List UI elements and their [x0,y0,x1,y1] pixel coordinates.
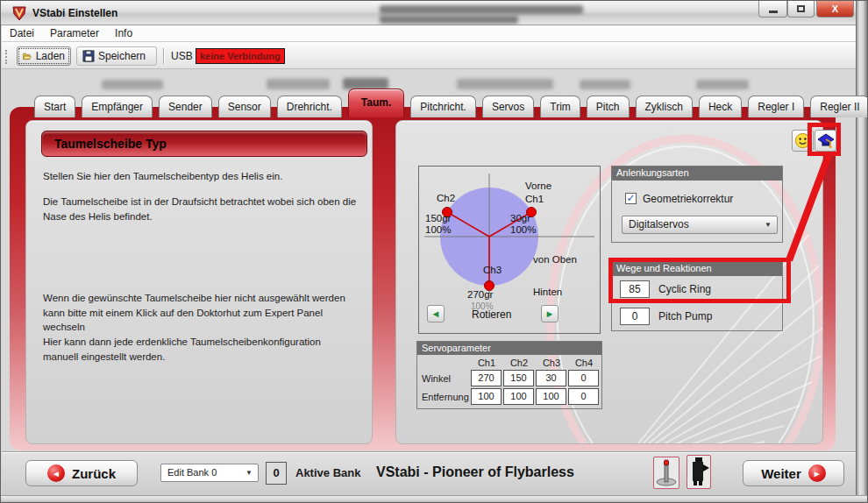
connection-status-badge: keine Verbindung [196,48,285,64]
entfernung-ch2-input[interactable]: 100 [503,388,534,405]
bank-select-dropdown[interactable]: Edit Bank 0 ▼ [160,464,259,482]
menu-datei[interactable]: Datei [2,27,42,39]
redacted-text [380,16,518,24]
speichern-button[interactable]: Speichern [76,46,157,66]
checkmark-icon: ✓ [626,192,635,204]
winkel-label: Winkel [422,373,451,384]
vorne-label: Vorne [525,181,551,191]
maximize-button[interactable] [787,1,815,18]
entfernung-label: Entfernung [422,392,469,402]
weiter-label: Weiter [761,466,801,481]
menubar: Datei Parameter Info [2,25,857,42]
window-frame-bottom [1,495,868,503]
titlebar: VStabi Einstellen X [1,1,868,25]
tab-sender[interactable]: Sender [159,96,212,117]
rotate-right-button[interactable]: ► [541,305,559,322]
arrow-right-icon: ► [545,308,555,319]
servo-type-dropdown[interactable]: Digitalservos ▼ [622,216,778,234]
close-button[interactable]: X [816,1,854,18]
vstabi-unit-icon [688,457,709,487]
servoparameter-title: Servoparameter [417,342,601,355]
app-logo-icon [11,5,27,21]
winkel-ch3-input[interactable]: 30 [536,370,566,386]
back-arrow-icon: ◄ [47,464,65,482]
rotieren-label: Rotieren [472,308,511,321]
servo-type-value: Digitalservos [629,218,689,230]
entfernung-ch4-input[interactable]: 0 [568,388,599,405]
tab-zyklisch[interactable]: Zyklisch [636,96,693,117]
help-paragraph-1: Stellen Sie hier den Taumelscheibentyp d… [43,169,350,184]
geometriekorrektur-label: Geometriekorrektur [643,193,733,205]
help-paragraph-2: Die Taumelscheibe ist in der Draufsicht … [43,195,360,223]
active-bank-label: Aktive Bank [295,466,360,479]
app-window: VStabi Einstellen X Datei Parameter Info… [0,0,868,503]
ch2-angle: 150gr [425,213,451,223]
bank-select-value: Edit Bank 0 [167,467,217,478]
geometriekorrektur-checkbox[interactable]: ✓ [625,193,637,204]
tab-sensor[interactable]: Sensor [218,96,271,117]
col-ch2: Ch2 [503,358,535,368]
section-title: Taumelscheibe Typ [41,131,367,157]
tab-drehricht[interactable]: Drehricht. [277,96,342,117]
redacted-text [380,5,583,14]
tab-heck[interactable]: Heck [699,96,742,117]
window-title: VStabi Einstellen [32,7,117,19]
tab-empfaenger[interactable]: Empfänger [82,96,153,117]
zurueck-label: Zurück [72,466,116,481]
toolbar-grip[interactable] [5,50,8,64]
tab-start[interactable]: Start [34,96,75,117]
menu-info[interactable]: Info [107,27,140,39]
laden-button[interactable]: Laden [17,46,71,66]
minimize-button[interactable] [758,1,787,18]
active-bank-value: 0 [266,462,287,485]
annotation-box-doktorhut [808,123,841,156]
device-tool-button[interactable] [687,455,711,489]
entfernung-ch3-input[interactable]: 100 [536,388,566,405]
ch3-angle: 270gr [467,289,493,300]
tab-pitch[interactable]: Pitch [587,96,630,117]
col-ch4: Ch4 [568,358,600,368]
winkel-ch4-input[interactable]: 0 [568,370,599,386]
window-frame-right [856,1,867,503]
tab-bar: Start Empfänger Sender Sensor Drehricht.… [34,89,868,117]
speichern-label: Speichern [98,50,146,62]
close-icon: X [832,4,838,14]
pitch-pump-input[interactable]: 0 [620,308,650,325]
help-paragraph-3: Wenn die gewünschte Taumelscheibe hier n… [43,291,362,335]
tab-taum[interactable]: Taum. [348,89,404,117]
winkel-ch1-input[interactable]: 270 [471,370,502,386]
rotate-left-button[interactable]: ◄ [427,305,445,322]
ch1-label: Ch1 [525,194,544,204]
pitch-pump-label: Pitch Pump [658,310,712,322]
ch3-label: Ch3 [483,265,502,275]
menu-parameter[interactable]: Parameter [42,27,107,39]
entfernung-ch1-input[interactable]: 100 [471,388,502,405]
tab-regler1[interactable]: Regler I [748,96,804,117]
chevron-down-icon: ▼ [765,216,772,233]
annotation-box-cyclic-ring [608,258,791,303]
zurueck-button[interactable]: ◄ Zurück [25,460,138,486]
winkel-ch2-input[interactable]: 150 [503,370,534,386]
help-paragraph-4: Hier kann dann jede erdenkliche Taumelsc… [43,335,359,364]
ch2-label: Ch2 [437,193,455,203]
tab-regler2[interactable]: Regler II [810,96,868,117]
anlenkungsarten-title: Anlenkungsarten [612,166,782,181]
tab-trim[interactable]: Trim [540,96,580,117]
tab-servos[interactable]: Servos [482,96,534,117]
save-disk-icon [82,50,95,62]
ch2-percent: 100% [425,224,451,235]
tab-pitchricht[interactable]: Pitchricht. [410,96,476,117]
ch1-angle: 30gr [510,213,530,223]
open-folder-icon [23,51,32,61]
brand-text: VStabi - Pioneer of Flybarless [376,464,574,480]
arrow-left-icon: ◄ [431,308,441,319]
next-arrow-icon: ► [808,464,826,482]
swashplate-tool-button[interactable] [653,457,679,489]
minimize-icon [769,11,778,13]
col-ch3: Ch3 [536,358,567,368]
maximize-icon [797,5,805,12]
hinten-label: Hinten [533,287,562,297]
laden-label: Laden [36,50,65,62]
swashplate-stick-icon [655,458,678,487]
weiter-button[interactable]: Weiter ► [743,460,844,486]
